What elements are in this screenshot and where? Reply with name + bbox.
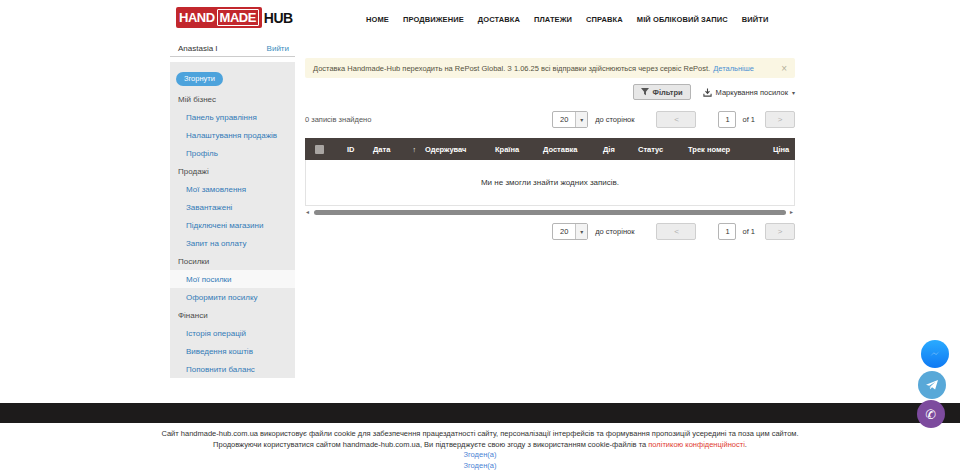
banner-details-link[interactable]: Детальніше bbox=[713, 64, 754, 73]
page-size-select[interactable]: 20 ▾ bbox=[552, 223, 588, 240]
page-of-label: of 1 bbox=[742, 227, 755, 236]
logo-hand-text: HAND bbox=[179, 10, 215, 25]
download-tray-icon bbox=[703, 88, 712, 97]
sidebar-item-withdraw-funds[interactable]: Виведення коштів bbox=[170, 342, 295, 360]
page: HAND MADE HUB HOME ПРОДВИЖЕНИЕ ДОСТАВКА … bbox=[0, 0, 960, 474]
records-count: 0 записів знайдено bbox=[305, 115, 371, 124]
nav-payments[interactable]: ПЛАТЕЖИ bbox=[534, 15, 572, 24]
chevron-down-icon: ▾ bbox=[792, 89, 795, 96]
close-icon[interactable]: × bbox=[781, 63, 787, 74]
logo-made-text: MADE bbox=[217, 9, 259, 26]
sidebar-item-uploaded[interactable]: Завантажені bbox=[170, 198, 295, 216]
parcels-table: ID Дата ↑ Одержувач Країна Доставка Дія … bbox=[305, 138, 795, 206]
page-size-select[interactable]: 20 ▾ bbox=[552, 111, 588, 128]
column-date-label: Дата bbox=[373, 145, 390, 154]
column-price[interactable]: Ціна bbox=[768, 138, 795, 160]
sidebar-item-control-panel[interactable]: Панель управління bbox=[170, 108, 295, 126]
column-date[interactable]: Дата ↑ bbox=[368, 138, 420, 160]
logo-red-box: HAND MADE bbox=[176, 7, 262, 28]
column-status[interactable]: Статус bbox=[633, 138, 683, 160]
filters-button[interactable]: Фільтри bbox=[633, 84, 691, 100]
sidebar-item-sales-settings[interactable]: Налаштування продажів bbox=[170, 126, 295, 144]
filter-funnel-icon bbox=[641, 88, 649, 96]
privacy-policy-link[interactable]: політикою конфіденційності bbox=[648, 440, 745, 449]
section-finances: Фінанси bbox=[170, 306, 295, 324]
sidebar-item-profile[interactable]: Профіль bbox=[170, 144, 295, 162]
section-parcels: Посилки bbox=[170, 252, 295, 270]
agree-link-2[interactable]: Згоден(а) bbox=[464, 461, 497, 472]
column-country[interactable]: Країна bbox=[490, 138, 538, 160]
sidebar-item-my-parcels[interactable]: Мої посилки bbox=[170, 270, 295, 288]
cookie-line2-suffix: . bbox=[745, 440, 747, 449]
next-page-button[interactable]: > bbox=[765, 223, 795, 240]
per-page-label: до сторінок bbox=[595, 115, 634, 124]
banner-text: Доставка Handmade-Hub переходить на RePo… bbox=[313, 64, 710, 73]
toolbar: Фільтри Маркування посилок ▾ bbox=[633, 84, 795, 100]
nav-delivery[interactable]: ДОСТАВКА bbox=[478, 15, 520, 24]
messenger-widget bbox=[921, 340, 949, 368]
telegram-icon[interactable] bbox=[918, 371, 946, 399]
nav-account[interactable]: МІЙ ОБЛІКОВИЙ ЗАПИС bbox=[637, 15, 728, 24]
user-row: Anastasia I Вийти bbox=[170, 40, 295, 57]
page-size-value: 20 bbox=[553, 224, 575, 239]
section-my-business: Мій бізнес bbox=[170, 90, 295, 108]
messenger-bolt-icon bbox=[927, 346, 943, 362]
footer-bar bbox=[0, 403, 960, 423]
column-recipient[interactable]: Одержувач bbox=[420, 138, 490, 160]
column-delivery[interactable]: Доставка bbox=[538, 138, 598, 160]
viber-widget: ✆ bbox=[917, 400, 945, 428]
page-of-label: of 1 bbox=[742, 115, 755, 124]
page-number-input[interactable] bbox=[718, 223, 736, 240]
sidebar-item-connected-shops[interactable]: Підключені магазини bbox=[170, 216, 295, 234]
page-number-input[interactable] bbox=[718, 111, 736, 128]
scrollbar-thumb[interactable] bbox=[314, 210, 786, 215]
main-nav: HOME ПРОДВИЖЕНИЕ ДОСТАВКА ПЛАТЕЖИ СПРАВК… bbox=[366, 0, 768, 38]
select-all-cell bbox=[305, 138, 342, 160]
empty-message: Ми не змогли знайти жодних записів. bbox=[481, 178, 619, 187]
horizontal-scrollbar: ◄ ► bbox=[305, 208, 795, 216]
nav-home[interactable]: HOME bbox=[366, 15, 389, 24]
column-id[interactable]: ID bbox=[342, 138, 368, 160]
pagination-bottom: 20 ▾ до сторінок < of 1 > bbox=[552, 223, 795, 240]
username: Anastasia I bbox=[178, 44, 218, 53]
next-page-button[interactable]: > bbox=[765, 111, 795, 128]
pagination-top: 20 ▾ до сторінок < of 1 > bbox=[552, 111, 795, 128]
chevron-down-icon: ▾ bbox=[580, 116, 583, 123]
sidebar-item-top-up-balance[interactable]: Поповнити баланс bbox=[170, 360, 295, 378]
viber-phone-glyph: ✆ bbox=[926, 407, 937, 422]
table-header-row: ID Дата ↑ Одержувач Країна Доставка Дія … bbox=[305, 138, 795, 160]
filters-button-label: Фільтри bbox=[653, 88, 683, 97]
nav-promotion[interactable]: ПРОДВИЖЕНИЕ bbox=[403, 15, 464, 24]
results-row-bottom: 20 ▾ до сторінок < of 1 > bbox=[305, 222, 795, 240]
nav-logout[interactable]: ВИЙТИ bbox=[742, 15, 769, 24]
prev-page-button[interactable]: < bbox=[656, 111, 696, 128]
page-size-value: 20 bbox=[553, 112, 575, 127]
sidebar-item-my-orders[interactable]: Мої замовлення bbox=[170, 180, 295, 198]
prev-page-button[interactable]: < bbox=[656, 223, 696, 240]
chevron-down-icon: ▾ bbox=[580, 228, 583, 235]
handmade-hub-logo[interactable]: HAND MADE HUB bbox=[176, 7, 293, 28]
column-track-number[interactable]: Трек номер bbox=[683, 138, 768, 160]
parcel-marking-label: Маркування посилок bbox=[716, 88, 788, 97]
nav-help[interactable]: СПРАВКА bbox=[586, 15, 623, 24]
section-sales: Продажі bbox=[170, 162, 295, 180]
scroll-left-icon[interactable]: ◄ bbox=[305, 209, 311, 215]
column-action[interactable]: Дія bbox=[598, 138, 633, 160]
telegram-widget bbox=[918, 371, 946, 399]
collapse-sidebar-button[interactable]: Згорнути bbox=[176, 72, 223, 86]
cookie-footer: Сайт handmade-hub.com.ua використовує фа… bbox=[0, 429, 960, 471]
messenger-icon[interactable] bbox=[921, 340, 949, 368]
sidebar-item-payment-request[interactable]: Запит на оплату bbox=[170, 234, 295, 252]
parcel-marking-button[interactable]: Маркування посилок ▾ bbox=[703, 88, 795, 97]
cookie-line2-text: Продовжуючи користуватися сайтом handmad… bbox=[213, 440, 648, 449]
agree-link-1[interactable]: Згоден(а) bbox=[464, 450, 497, 461]
top-header: HAND MADE HUB HOME ПРОДВИЖЕНИЕ ДОСТАВКА … bbox=[0, 0, 960, 38]
sidebar-item-create-parcel[interactable]: Оформити посилку bbox=[170, 288, 295, 306]
sidebar-item-operations-history[interactable]: Історія операцій bbox=[170, 324, 295, 342]
results-row: 0 записів знайдено 20 ▾ до сторінок < of… bbox=[305, 110, 795, 128]
viber-icon[interactable]: ✆ bbox=[917, 400, 945, 428]
notification-banner: Доставка Handmade-Hub переходить на RePo… bbox=[305, 58, 795, 78]
logout-link[interactable]: Вийти bbox=[267, 44, 289, 53]
select-all-checkbox[interactable] bbox=[315, 145, 324, 154]
scroll-right-icon[interactable]: ► bbox=[789, 209, 795, 215]
